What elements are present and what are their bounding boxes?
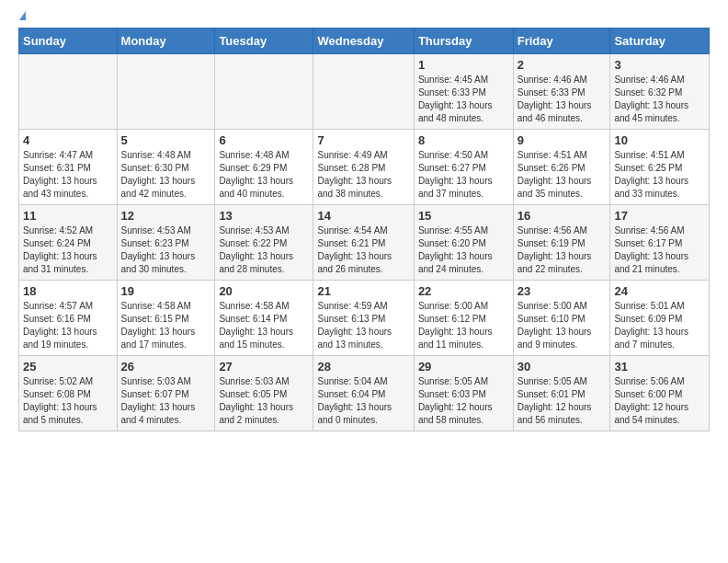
day-number: 14 [317, 209, 409, 223]
calendar-cell: 22Sunrise: 5:00 AM Sunset: 6:12 PM Dayli… [414, 281, 513, 356]
day-number: 10 [614, 133, 705, 147]
calendar-cell: 13Sunrise: 4:53 AM Sunset: 6:22 PM Dayli… [215, 205, 313, 281]
day-info: Sunrise: 4:57 AM Sunset: 6:16 PM Dayligh… [23, 300, 113, 351]
header-friday: Friday [513, 29, 610, 54]
day-number: 20 [219, 284, 309, 298]
day-info: Sunrise: 4:50 AM Sunset: 6:27 PM Dayligh… [418, 149, 509, 201]
calendar-cell: 6Sunrise: 4:48 AM Sunset: 6:29 PM Daylig… [215, 130, 313, 205]
calendar-cell: 8Sunrise: 4:50 AM Sunset: 6:27 PM Daylig… [414, 130, 513, 205]
day-number: 23 [518, 284, 607, 298]
day-number: 18 [23, 284, 113, 298]
day-info: Sunrise: 5:03 AM Sunset: 6:05 PM Dayligh… [219, 375, 309, 427]
day-number: 29 [418, 360, 509, 373]
week-row-1: 1Sunrise: 4:45 AM Sunset: 6:33 PM Daylig… [19, 54, 710, 130]
calendar-cell: 28Sunrise: 5:04 AM Sunset: 6:04 PM Dayli… [313, 356, 414, 431]
day-info: Sunrise: 4:51 AM Sunset: 6:25 PM Dayligh… [614, 149, 705, 201]
calendar-cell: 17Sunrise: 4:56 AM Sunset: 6:17 PM Dayli… [610, 205, 710, 281]
calendar-cell: 11Sunrise: 4:52 AM Sunset: 6:24 PM Dayli… [19, 205, 118, 281]
day-info: Sunrise: 4:47 AM Sunset: 6:31 PM Dayligh… [23, 149, 113, 201]
day-number: 15 [418, 209, 509, 223]
week-row-4: 18Sunrise: 4:57 AM Sunset: 6:16 PM Dayli… [19, 281, 710, 356]
calendar-cell: 30Sunrise: 5:05 AM Sunset: 6:01 PM Dayli… [513, 356, 610, 431]
calendar-cell: 1Sunrise: 4:45 AM Sunset: 6:33 PM Daylig… [414, 54, 513, 130]
day-number: 28 [317, 360, 409, 373]
day-number: 9 [518, 133, 607, 147]
logo [18, 15, 26, 20]
day-info: Sunrise: 4:46 AM Sunset: 6:32 PM Dayligh… [614, 74, 705, 125]
day-number: 1 [418, 58, 509, 72]
day-info: Sunrise: 4:46 AM Sunset: 6:33 PM Dayligh… [518, 74, 607, 125]
day-number: 31 [614, 360, 705, 373]
day-number: 16 [518, 209, 607, 223]
header-wednesday: Wednesday [313, 29, 414, 54]
day-info: Sunrise: 5:02 AM Sunset: 6:08 PM Dayligh… [23, 375, 113, 427]
calendar-cell: 12Sunrise: 4:53 AM Sunset: 6:23 PM Dayli… [117, 205, 215, 281]
day-number: 30 [518, 360, 607, 373]
day-number: 12 [121, 209, 211, 223]
calendar-cell: 23Sunrise: 5:00 AM Sunset: 6:10 PM Dayli… [513, 281, 610, 356]
day-info: Sunrise: 4:53 AM Sunset: 6:23 PM Dayligh… [121, 224, 211, 276]
day-info: Sunrise: 4:58 AM Sunset: 6:14 PM Dayligh… [219, 300, 309, 351]
week-row-5: 25Sunrise: 5:02 AM Sunset: 6:08 PM Dayli… [19, 356, 710, 431]
week-row-2: 4Sunrise: 4:47 AM Sunset: 6:31 PM Daylig… [19, 130, 710, 205]
day-info: Sunrise: 5:00 AM Sunset: 6:10 PM Dayligh… [518, 300, 607, 351]
day-info: Sunrise: 4:48 AM Sunset: 6:30 PM Dayligh… [121, 149, 211, 201]
day-number: 6 [219, 133, 309, 147]
day-number: 25 [23, 360, 113, 373]
header-thursday: Thursday [414, 29, 513, 54]
calendar-cell: 18Sunrise: 4:57 AM Sunset: 6:16 PM Dayli… [19, 281, 118, 356]
day-info: Sunrise: 5:04 AM Sunset: 6:04 PM Dayligh… [317, 375, 409, 427]
day-number: 4 [23, 133, 113, 147]
day-number: 24 [614, 284, 705, 298]
header-sunday: Sunday [19, 29, 118, 54]
day-info: Sunrise: 4:53 AM Sunset: 6:22 PM Dayligh… [219, 224, 309, 276]
header-monday: Monday [117, 29, 215, 54]
calendar-cell: 9Sunrise: 4:51 AM Sunset: 6:26 PM Daylig… [513, 130, 610, 205]
calendar-cell: 29Sunrise: 5:05 AM Sunset: 6:03 PM Dayli… [414, 356, 513, 431]
day-info: Sunrise: 4:48 AM Sunset: 6:29 PM Dayligh… [219, 149, 309, 201]
calendar-cell: 19Sunrise: 4:58 AM Sunset: 6:15 PM Dayli… [117, 281, 215, 356]
day-info: Sunrise: 5:01 AM Sunset: 6:09 PM Dayligh… [614, 300, 705, 351]
calendar-cell: 2Sunrise: 4:46 AM Sunset: 6:33 PM Daylig… [513, 54, 610, 130]
calendar-cell [215, 54, 313, 130]
day-number: 2 [518, 58, 607, 72]
day-info: Sunrise: 5:00 AM Sunset: 6:12 PM Dayligh… [418, 300, 509, 351]
calendar-cell: 20Sunrise: 4:58 AM Sunset: 6:14 PM Dayli… [215, 281, 313, 356]
day-number: 13 [219, 209, 309, 223]
header-row: SundayMondayTuesdayWednesdayThursdayFrid… [19, 29, 710, 54]
day-info: Sunrise: 4:58 AM Sunset: 6:15 PM Dayligh… [121, 300, 211, 351]
calendar-cell [19, 54, 118, 130]
page-header [18, 15, 710, 20]
day-info: Sunrise: 4:59 AM Sunset: 6:13 PM Dayligh… [317, 300, 409, 351]
week-row-3: 11Sunrise: 4:52 AM Sunset: 6:24 PM Dayli… [19, 205, 710, 281]
day-info: Sunrise: 5:03 AM Sunset: 6:07 PM Dayligh… [121, 375, 211, 427]
day-number: 21 [317, 284, 409, 298]
calendar-cell: 16Sunrise: 4:56 AM Sunset: 6:19 PM Dayli… [513, 205, 610, 281]
day-number: 19 [121, 284, 211, 298]
calendar-cell: 7Sunrise: 4:49 AM Sunset: 6:28 PM Daylig… [313, 130, 414, 205]
calendar-cell [313, 54, 414, 130]
calendar-cell: 4Sunrise: 4:47 AM Sunset: 6:31 PM Daylig… [19, 130, 118, 205]
calendar-cell: 14Sunrise: 4:54 AM Sunset: 6:21 PM Dayli… [313, 205, 414, 281]
day-info: Sunrise: 4:56 AM Sunset: 6:19 PM Dayligh… [518, 224, 607, 276]
day-number: 26 [121, 360, 211, 373]
day-number: 7 [317, 133, 409, 147]
calendar-cell: 24Sunrise: 5:01 AM Sunset: 6:09 PM Dayli… [610, 281, 710, 356]
day-info: Sunrise: 4:52 AM Sunset: 6:24 PM Dayligh… [23, 224, 113, 276]
calendar-cell: 21Sunrise: 4:59 AM Sunset: 6:13 PM Dayli… [313, 281, 414, 356]
calendar-cell: 5Sunrise: 4:48 AM Sunset: 6:30 PM Daylig… [117, 130, 215, 205]
day-info: Sunrise: 4:49 AM Sunset: 6:28 PM Dayligh… [317, 149, 409, 201]
calendar-cell: 31Sunrise: 5:06 AM Sunset: 6:00 PM Dayli… [610, 356, 710, 431]
day-info: Sunrise: 5:06 AM Sunset: 6:00 PM Dayligh… [614, 375, 705, 427]
day-info: Sunrise: 5:05 AM Sunset: 6:01 PM Dayligh… [518, 375, 607, 427]
day-info: Sunrise: 4:54 AM Sunset: 6:21 PM Dayligh… [317, 224, 409, 276]
calendar-cell: 3Sunrise: 4:46 AM Sunset: 6:32 PM Daylig… [610, 54, 710, 130]
day-number: 22 [418, 284, 509, 298]
day-number: 11 [23, 209, 113, 223]
calendar-cell: 26Sunrise: 5:03 AM Sunset: 6:07 PM Dayli… [117, 356, 215, 431]
day-number: 5 [121, 133, 211, 147]
header-saturday: Saturday [610, 29, 710, 54]
day-info: Sunrise: 4:45 AM Sunset: 6:33 PM Dayligh… [418, 74, 509, 125]
day-info: Sunrise: 4:51 AM Sunset: 6:26 PM Dayligh… [518, 149, 607, 201]
calendar-cell: 15Sunrise: 4:55 AM Sunset: 6:20 PM Dayli… [414, 205, 513, 281]
